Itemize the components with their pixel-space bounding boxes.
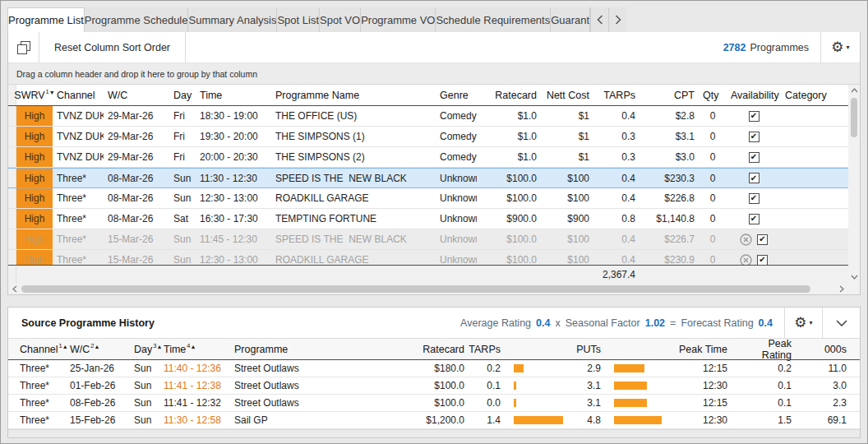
cpt-cell: $3.1 [639, 127, 699, 146]
availability-checkbox[interactable]: ✔ [749, 173, 760, 183]
scroll-up-button[interactable] [848, 85, 860, 96]
hcol-ratecard[interactable]: Ratecard [385, 339, 469, 359]
availability-checkbox[interactable]: ✔ [749, 152, 760, 163]
table-row[interactable]: High TVNZ DUK 29-Mar-26 Fri 20:00 - 20:3… [8, 147, 848, 168]
availability-checkbox[interactable]: ✔ [749, 132, 760, 142]
col-wc[interactable]: W/C [104, 85, 169, 105]
reset-column-sort-order-button[interactable]: Reset Column Sort Order [39, 32, 186, 62]
swrv-cell: High [16, 209, 53, 229]
history-row[interactable]: Three* 08-Feb-26 Sun 11:41 - 12:32 Stree… [8, 395, 860, 412]
hcol-channel[interactable]: Channel1▲ [8, 339, 66, 359]
scroll-left-button[interactable] [8, 285, 21, 293]
puts-bar-cell [605, 377, 672, 394]
col-swrv[interactable]: SWRV 1▼ [16, 85, 53, 105]
hcol-puts[interactable]: PUTs [570, 339, 605, 359]
collapse-panel-button[interactable] [822, 308, 860, 338]
time-cell: 16:30 - 17:30 [196, 209, 271, 229]
tab[interactable]: Summary Analysis [188, 7, 277, 32]
thousands-cell: 11.0 [796, 360, 860, 377]
col-availability[interactable]: Availability [727, 85, 781, 105]
channel-cell: Three* [53, 188, 104, 208]
hcol-programme[interactable]: Programme [230, 339, 385, 359]
availability-checkbox[interactable]: ✔ [757, 234, 768, 245]
col-ratecard[interactable]: Ratecard [477, 85, 541, 105]
channel-cell: Three* [53, 250, 104, 265]
tab[interactable]: Spot VO [320, 7, 361, 32]
tab[interactable]: Programme Schedule [85, 7, 189, 32]
col-qty[interactable]: Qty [699, 85, 727, 105]
col-nett-cost[interactable]: Nett Cost [541, 85, 593, 105]
col-category[interactable]: Category [781, 85, 848, 105]
time-cell: 11:40 - 12:36 [159, 360, 230, 377]
vertical-scrollbar-thumb[interactable] [851, 98, 857, 137]
history-row[interactable]: Three* 01-Feb-26 Sun 11:41 - 12:38 Stree… [8, 377, 860, 395]
peak-time-cell: 12:15 [672, 395, 732, 411]
tab[interactable]: Programme VO [361, 7, 436, 32]
programme-cell: Street Outlaws [230, 360, 385, 377]
table-row[interactable]: High Three* 08-Mar-26 Sun 12:30 - 13:00 … [8, 188, 848, 209]
category-cell [781, 250, 848, 265]
table-row[interactable]: High Three* 15-Mar-26 Sun 11:45 - 12:30 … [8, 229, 848, 250]
hcol-time[interactable]: Time4▲ [159, 339, 230, 359]
day-cell: Sun [130, 360, 159, 377]
col-cpt[interactable]: CPT [639, 85, 699, 105]
tab[interactable]: Schedule Requirements [436, 7, 551, 32]
availability-checkbox[interactable]: ✔ [749, 214, 760, 224]
genre-cell: Comedy [436, 147, 477, 167]
ratecard-cell: $100.0 [477, 188, 541, 208]
tab-label: Spot VO [320, 14, 360, 26]
puts-bar-cell [605, 395, 672, 411]
history-row[interactable]: Three* 25-Jan-26 Sun 11:40 - 12:36 Stree… [8, 360, 860, 377]
table-row[interactable]: High TVNZ DUK 29-Mar-26 Fri 18:30 - 19:0… [8, 106, 848, 127]
table-row[interactable]: High Three* 15-Mar-26 Sun 12:30 - 13:00 … [8, 250, 848, 265]
vertical-scrollbar[interactable] [848, 85, 860, 283]
day-cell: Fri [169, 127, 196, 146]
tarps-value: 1.4 [469, 412, 505, 428]
availability-checkbox[interactable]: ✔ [757, 255, 768, 266]
tab-scroll-left-button[interactable] [590, 7, 608, 32]
hcol-peak-time[interactable]: Peak Time [672, 339, 732, 359]
table-row[interactable]: High TVNZ DUK 29-Mar-26 Fri 19:30 - 20:0… [8, 127, 848, 147]
scroll-right-button[interactable] [835, 285, 848, 293]
row-indicator [8, 169, 16, 187]
col-day[interactable]: Day [169, 85, 196, 105]
hcol-day[interactable]: Day3▲ [130, 339, 159, 359]
thousands-cell: 69.1 [796, 412, 860, 428]
history-row[interactable]: Three* 15-Feb-26 Sun 11:30 - 12:58 Sail … [8, 412, 860, 429]
hcol-tarps[interactable]: TARPs [469, 339, 505, 359]
hcol-wc[interactable]: W/C2▲ [66, 339, 130, 359]
cpt-cell: $226.7 [639, 229, 699, 249]
ratecard-cell: $100.0 [385, 377, 469, 394]
tab[interactable]: Spot List [277, 7, 320, 32]
availability-checkbox[interactable]: ✔ [749, 193, 760, 204]
col-tarps[interactable]: TARPs [593, 85, 639, 105]
tab-scroll-right-button[interactable] [608, 7, 626, 32]
horizontal-scrollbar[interactable] [8, 283, 860, 294]
cpt-cell: $230.3 [639, 169, 699, 187]
copy-view-button[interactable] [8, 32, 39, 62]
thousands-cell: 3.0 [796, 377, 860, 394]
hcol-000s[interactable]: 000s [796, 339, 860, 359]
availability-cell: ✔ [727, 209, 781, 229]
group-by-drop-zone[interactable]: Drag a column header and drop it here to… [8, 63, 860, 85]
col-programme-name[interactable]: Programme Name [271, 85, 436, 105]
grid-settings-button[interactable]: ⚙ ▾ [820, 32, 860, 62]
scroll-down-button[interactable] [848, 271, 860, 283]
col-genre[interactable]: Genre [436, 85, 477, 105]
horizontal-scrollbar-thumb[interactable] [21, 285, 810, 293]
chevron-right-icon [839, 285, 844, 293]
nett-cost-cell: $1 [541, 147, 593, 167]
genre-cell: Unknown [436, 209, 477, 229]
hcol-peak-rating[interactable]: Peak Rating [732, 339, 796, 359]
swrv-cell: High [16, 147, 53, 167]
check-icon: ✔ [750, 153, 757, 161]
tab[interactable]: Guarant [551, 7, 590, 32]
availability-checkbox[interactable]: ✔ [749, 111, 760, 122]
col-time[interactable]: Time [196, 85, 271, 105]
programme-count-label: Programmes [750, 42, 809, 53]
col-channel[interactable]: Channel [53, 85, 104, 105]
history-settings-button[interactable]: ⚙ ▾ [784, 308, 822, 338]
table-row[interactable]: High Three* 08-Mar-26 Sat 16:30 - 17:30 … [8, 209, 848, 229]
table-row[interactable]: High Three* 08-Mar-26 Sun 11:30 - 12:30 … [8, 168, 848, 188]
tab[interactable]: Programme List [7, 7, 85, 32]
